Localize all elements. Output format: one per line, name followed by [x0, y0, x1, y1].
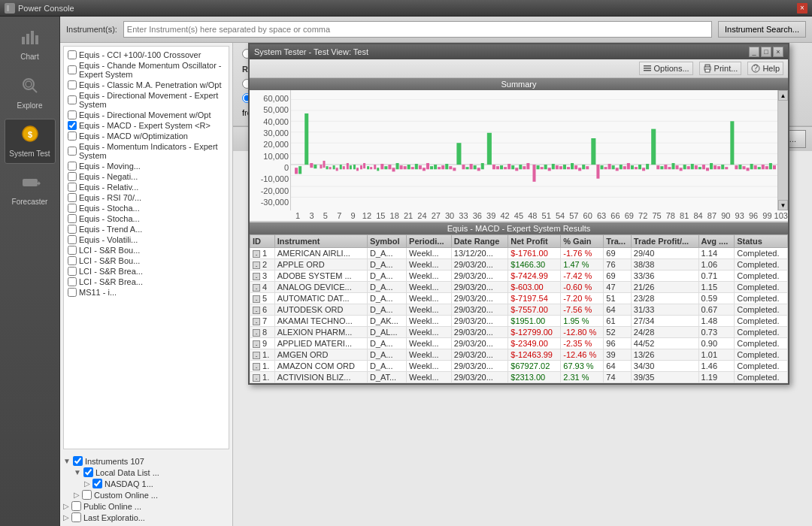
- system-item-checkbox[interactable]: [68, 193, 77, 202]
- help-button[interactable]: ? Help: [747, 62, 783, 75]
- table-row[interactable]: - 3ADOBE SYSTEM ...D_A...Weekl...29/03/2…: [250, 271, 788, 282]
- system-item-checkbox[interactable]: [68, 147, 77, 156]
- print-button[interactable]: Print...: [699, 62, 742, 75]
- system-list-item[interactable]: Equis - Chande Momentum Oscillator - Exp…: [65, 60, 227, 80]
- row-expand-icon[interactable]: -: [253, 340, 260, 348]
- sidebar-item-chart[interactable]: Chart: [5, 23, 56, 68]
- system-list-item[interactable]: Equis - MACD w/Optimization: [65, 131, 227, 141]
- table-row[interactable]: - 6AUTODESK ORDD_A...Weekl...29/03/20...…: [250, 304, 788, 316]
- system-list[interactable]: Equis - CCI +100/-100 CrossoverEquis - C…: [63, 46, 229, 449]
- public-online-checkbox[interactable]: [71, 501, 81, 511]
- system-item-checkbox[interactable]: [68, 225, 77, 234]
- system-item-checkbox[interactable]: [68, 121, 77, 130]
- table-row[interactable]: - 8ALEXION PHARM...D_AL...Weekl...29/03/…: [250, 327, 788, 338]
- system-list-item[interactable]: Equis - Trend A...: [65, 224, 227, 234]
- svg-rect-34: [310, 163, 313, 168]
- tree-nasdaq-item[interactable]: ▷ NASDAQ 1...: [84, 478, 229, 489]
- row-expand-icon[interactable]: -: [253, 363, 260, 370]
- system-item-checkbox[interactable]: [68, 267, 77, 276]
- results-table-container[interactable]: ID Instrument Symbol Periodi... Date Ran…: [250, 234, 788, 383]
- system-item-checkbox[interactable]: [68, 65, 77, 74]
- system-item-checkbox[interactable]: [68, 183, 77, 192]
- system-list-item[interactable]: Equis - Moving...: [65, 161, 227, 171]
- system-item-checkbox[interactable]: [68, 132, 77, 141]
- row-expand-icon[interactable]: -: [253, 284, 260, 292]
- table-row[interactable]: - 1.AMAZON COM ORDD_A...Weekl...29/03/20…: [250, 361, 788, 372]
- system-list-item[interactable]: Equis - CCI +100/-100 Crossover: [65, 50, 227, 60]
- row-expand-icon[interactable]: -: [253, 250, 260, 258]
- sidebar-item-forecaster[interactable]: Forecaster: [5, 167, 56, 212]
- row-expand-icon[interactable]: -: [253, 295, 260, 303]
- row-expand-icon[interactable]: -: [253, 307, 260, 314]
- sidebar-item-explore[interactable]: Explore: [5, 71, 56, 116]
- system-item-checkbox[interactable]: [68, 110, 77, 119]
- table-row[interactable]: - 1AMERICAN AIRLI...D_A...Weekl...13/12/…: [250, 248, 788, 259]
- system-item-checkbox[interactable]: [68, 172, 77, 181]
- system-list-item[interactable]: Equis - RSI 70/...: [65, 192, 227, 203]
- search-button[interactable]: Instrument Search...: [718, 21, 806, 38]
- last-exploration-checkbox[interactable]: [71, 512, 81, 522]
- table-row[interactable]: - 4ANALOG DEVICE...D_A...Weekl...29/03/2…: [250, 282, 788, 293]
- tester-maximize-button[interactable]: □: [761, 47, 771, 57]
- sidebar-item-systemtest[interactable]: $ System Test: [5, 119, 56, 164]
- local-data-checkbox[interactable]: [83, 467, 93, 477]
- options-button[interactable]: Options...: [639, 62, 693, 75]
- instrument-input[interactable]: [123, 21, 712, 38]
- custom-online-checkbox[interactable]: [82, 490, 92, 500]
- tree-local-data[interactable]: ▼ Local Data List ...: [74, 467, 229, 478]
- system-list-item[interactable]: Equis - Relativ...: [65, 182, 227, 192]
- system-list-item[interactable]: LCI - S&R Bou...: [65, 245, 227, 255]
- system-list-item[interactable]: Equis - MACD - Expert System <R>: [65, 120, 227, 131]
- instruments-checkbox[interactable]: [73, 456, 83, 466]
- system-list-item[interactable]: LCI - S&R Brea...: [65, 277, 227, 287]
- system-item-checkbox[interactable]: [68, 80, 77, 89]
- system-list-item[interactable]: Equis - Stocha...: [65, 203, 227, 213]
- system-item-checkbox[interactable]: [68, 246, 77, 255]
- scroll-up-button[interactable]: ▲: [778, 90, 788, 101]
- xaxis-15: 15: [374, 211, 387, 220]
- table-row[interactable]: - 1.ACTIVISION BLIZ...D_AT...Weekl...29/…: [250, 372, 788, 383]
- system-list-item[interactable]: Equis - Negati...: [65, 171, 227, 182]
- chart-scroll[interactable]: ▲ ▼: [777, 90, 788, 210]
- system-list-item[interactable]: LCI - S&R Bou...: [65, 255, 227, 266]
- tester-minimize-button[interactable]: _: [749, 47, 759, 57]
- system-list-item[interactable]: Equis - Stocha...: [65, 213, 227, 224]
- system-item-checkbox[interactable]: [68, 214, 77, 223]
- tree-custom-online[interactable]: ▷ Custom Online ...: [74, 489, 229, 500]
- table-row[interactable]: - 2APPLE ORDD_A...Weekl...29/03/20...$14…: [250, 259, 788, 271]
- system-list-item[interactable]: Equis - Classic M.A. Penetration w/Opt: [65, 80, 227, 90]
- svg-rect-115: [623, 166, 626, 169]
- tree-instruments[interactable]: ▼ Instruments 107: [63, 455, 229, 467]
- system-item-checkbox[interactable]: [68, 50, 77, 59]
- system-item-checkbox[interactable]: [68, 288, 77, 297]
- system-list-item[interactable]: MS11 - i...: [65, 287, 227, 298]
- system-list-item[interactable]: Equis - Volatili...: [65, 234, 227, 245]
- system-item-checkbox[interactable]: [68, 235, 77, 244]
- system-item-checkbox[interactable]: [68, 162, 77, 171]
- scroll-down-button[interactable]: ▼: [778, 200, 788, 210]
- row-expand-icon[interactable]: -: [253, 374, 260, 382]
- row-expand-icon[interactable]: -: [253, 273, 260, 280]
- tester-close-button[interactable]: ×: [773, 47, 783, 57]
- system-list-item[interactable]: LCI - S&R Brea...: [65, 266, 227, 277]
- tree-last-exploration[interactable]: ▷ Last Exploratio...: [63, 512, 229, 523]
- system-item-checkbox[interactable]: [68, 277, 77, 286]
- system-list-item[interactable]: Equis - Momentum Indicators - Expert Sys…: [65, 141, 227, 161]
- row-expand-icon[interactable]: -: [253, 318, 260, 325]
- table-row[interactable]: - 9APPLIED MATERI...D_A...Weekl...29/03/…: [250, 338, 788, 349]
- table-row[interactable]: - 5AUTOMATIC DAT...D_A...Weekl...29/03/2…: [250, 293, 788, 304]
- system-item-checkbox[interactable]: [68, 204, 77, 213]
- table-cell-10: Completed.: [735, 338, 788, 349]
- system-list-item[interactable]: Equis - Directional Movement - Expert Sy…: [65, 90, 227, 110]
- nasdaq-checkbox[interactable]: [92, 479, 102, 488]
- tree-public-online[interactable]: ▷ Public Online ...: [63, 500, 229, 512]
- row-expand-icon[interactable]: -: [253, 261, 260, 269]
- table-row[interactable]: - 1.AMGEN ORDD_A...Weekl...29/03/20...$-…: [250, 349, 788, 361]
- system-item-checkbox[interactable]: [68, 95, 77, 104]
- close-button[interactable]: ×: [797, 3, 807, 14]
- row-expand-icon[interactable]: -: [253, 329, 260, 337]
- table-row[interactable]: - 7AKAMAI TECHNO...D_AK...Weekl...29/03/…: [250, 316, 788, 327]
- row-expand-icon[interactable]: -: [253, 352, 260, 359]
- system-list-item[interactable]: Equis - Directional Movement w/Opt: [65, 110, 227, 120]
- system-item-checkbox[interactable]: [68, 256, 77, 265]
